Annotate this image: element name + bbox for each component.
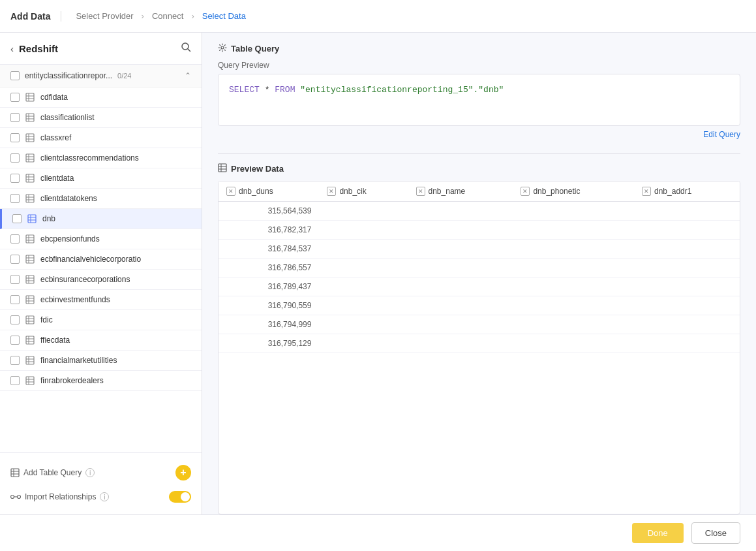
item-checkbox[interactable] (10, 153, 20, 163)
search-icon[interactable] (181, 42, 191, 55)
table-grid-icon (25, 375, 35, 386)
cell-addr1 (634, 221, 740, 240)
cell-phonetic (513, 221, 634, 240)
item-checkbox[interactable] (10, 113, 20, 122)
close-button[interactable]: Close (691, 522, 740, 544)
list-item[interactable]: financialmarketutilities (0, 351, 202, 371)
group-header[interactable]: entityclassificationrepor... 0/24 ⌃ (0, 65, 202, 87)
svg-rect-50 (26, 336, 34, 344)
sidebar-header-left: ‹ Redshift (10, 43, 58, 54)
table-row: 316,790,559 (219, 296, 740, 315)
item-checkbox[interactable] (10, 376, 20, 385)
top-bar: Add Data Select Provider › Connect › Sel… (0, 0, 756, 33)
list-item[interactable]: ffiecdata (0, 330, 202, 351)
item-checkbox[interactable] (10, 356, 20, 365)
info-icon[interactable]: i (85, 468, 95, 477)
item-checkbox[interactable] (10, 133, 20, 142)
list-item[interactable]: clientdata (0, 168, 202, 189)
list-item[interactable]: ecbinvestmentfunds (0, 290, 202, 310)
svg-rect-14 (26, 154, 34, 162)
list-item[interactable]: cdfidata (0, 87, 202, 108)
breadcrumb-select-data[interactable]: Select Data (196, 11, 252, 21)
list-item[interactable]: ecbfinancialvehiclecorporatio (0, 249, 202, 270)
col-header-dnb-phonetic[interactable]: ✕ dnb_phonetic (513, 181, 634, 202)
item-checkbox[interactable] (10, 194, 20, 203)
item-checkbox[interactable] (10, 295, 20, 304)
item-checkbox[interactable] (10, 255, 20, 264)
sql-asterisk: * (265, 85, 275, 95)
table-query-label: Table Query (231, 44, 279, 54)
table-grid-icon (25, 173, 35, 183)
svg-line-1 (188, 49, 190, 52)
cell-duns: 316,794,999 (219, 315, 319, 334)
col-key-icon: ✕ (416, 187, 425, 196)
relationships-icon (10, 492, 21, 502)
item-checkbox[interactable] (10, 275, 20, 284)
sql-keyword-select: SELECT (229, 85, 260, 95)
item-checkbox[interactable] (10, 336, 20, 345)
preview-table: ✕ dnb_duns ✕ dnb_cik (219, 181, 740, 353)
list-item[interactable]: ecbinsurancecorporations (0, 270, 202, 290)
col-label: dnb_duns (239, 187, 273, 196)
item-checkbox[interactable] (10, 234, 20, 244)
table-name: ecbinsurancecorporations (40, 275, 130, 284)
list-item[interactable]: fdic (0, 310, 202, 330)
add-table-query-button[interactable]: + (175, 465, 191, 480)
sql-keyword-from: FROM (275, 85, 295, 95)
sidebar-title: Redshift (19, 43, 58, 54)
breadcrumb-select-provider[interactable]: Select Provider (69, 11, 140, 21)
item-checkbox[interactable] (10, 93, 20, 102)
table-name: classxref (40, 133, 71, 142)
import-relationships-toggle[interactable] (169, 491, 191, 503)
svg-rect-34 (26, 255, 34, 263)
table-grid-icon (25, 234, 35, 244)
data-table-wrapper[interactable]: ✕ dnb_duns ✕ dnb_cik (218, 181, 740, 514)
col-label: dnb_cik (339, 187, 366, 196)
table-grid-icon (25, 112, 35, 123)
item-checkbox[interactable] (12, 214, 22, 223)
table-name: ffiecdata (40, 336, 70, 345)
add-table-query-label: Add Table Query (23, 468, 82, 477)
table-name: fdic (40, 315, 53, 324)
col-header-dnb-duns[interactable]: ✕ dnb_duns (219, 181, 319, 202)
list-item[interactable]: classificationlist (0, 108, 202, 128)
svg-rect-10 (26, 134, 34, 142)
back-arrow-icon[interactable]: ‹ (10, 43, 14, 54)
cell-duns: 316,790,559 (219, 296, 319, 315)
group-chevron-icon[interactable]: ⌃ (185, 71, 191, 80)
item-checkbox[interactable] (10, 174, 20, 183)
list-item[interactable]: finrabrokerdealers (0, 371, 202, 391)
table-name: ecbinvestmentfunds (40, 295, 110, 304)
done-button[interactable]: Done (632, 523, 684, 543)
svg-rect-42 (26, 296, 34, 304)
breadcrumb-connect[interactable]: Connect (145, 11, 190, 21)
col-header-dnb-cik[interactable]: ✕ dnb_cik (319, 181, 408, 202)
info-icon-relationships[interactable]: i (100, 492, 109, 501)
main-layout: ‹ Redshift entityclassificationrepor... … (0, 33, 756, 514)
preview-data-icon (218, 163, 227, 174)
cell-cik (319, 221, 408, 240)
preview-data-label: Preview Data (231, 164, 284, 174)
svg-rect-22 (26, 195, 34, 202)
group-checkbox[interactable] (10, 71, 20, 80)
cell-duns: 316,789,437 (219, 277, 319, 296)
list-item[interactable]: clientclassrecommendations (0, 148, 202, 168)
list-item[interactable]: ebcpensionfunds (0, 229, 202, 249)
col-header-dnb-name[interactable]: ✕ dnb_name (408, 181, 513, 202)
col-key-icon: ✕ (226, 187, 235, 196)
right-panel: Table Query Query Preview SELECT * FROM … (202, 33, 756, 514)
edit-query-link[interactable]: Edit Query (218, 126, 740, 143)
item-checkbox[interactable] (10, 315, 20, 324)
list-item-selected[interactable]: dnb (0, 209, 202, 229)
col-header-dnb-addr1[interactable]: ✕ dnb_addr1 (634, 181, 740, 202)
sidebar-bottom: Add Table Query i + Import Relationships… (0, 452, 202, 514)
table-row: 316,794,999 (219, 315, 740, 334)
table-grid-icon (25, 92, 35, 102)
cell-duns: 316,784,537 (219, 240, 319, 259)
list-item[interactable]: clientdatatokens (0, 189, 202, 209)
svg-rect-46 (26, 316, 34, 324)
import-relationships-label: Import Relationships (25, 492, 96, 501)
table-name: finrabrokerdealers (40, 376, 104, 385)
list-item[interactable]: classxref (0, 128, 202, 148)
query-box: SELECT * FROM "entityclassificationrepor… (218, 74, 740, 126)
